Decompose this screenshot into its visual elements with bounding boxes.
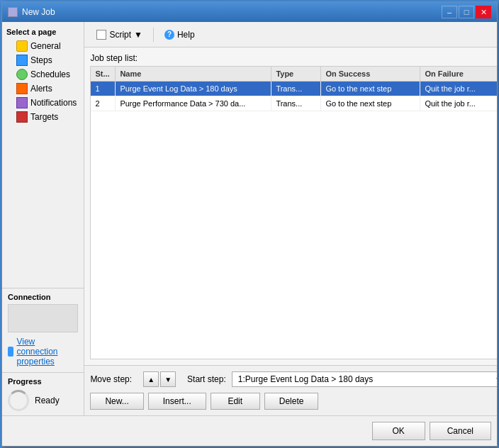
script-button[interactable]: Script ▼ xyxy=(90,27,149,43)
col-onfailure: On Failure xyxy=(420,67,497,81)
step-controls-row: Move step: ▲ ▼ Start step: 1:Purge Event… xyxy=(90,371,497,387)
job-step-area: Job step list: St... Name Type On Succes… xyxy=(84,47,497,365)
cell-step-2: 2 xyxy=(91,96,116,111)
alerts-icon xyxy=(16,83,28,94)
maximize-button[interactable]: □ xyxy=(459,6,474,18)
cell-type-2: Trans... xyxy=(271,96,321,111)
progress-title: Progress xyxy=(8,377,78,386)
help-label: Help xyxy=(177,30,195,40)
steps-icon xyxy=(16,55,28,66)
view-connection-link[interactable]: View connection properties xyxy=(8,335,78,368)
sidebar-item-general[interactable]: General xyxy=(6,39,79,53)
toolbar: Script ▼ ? Help xyxy=(84,22,497,47)
cell-onsuccess-1: Go to the next step xyxy=(321,82,420,96)
script-icon xyxy=(96,30,106,40)
content-area: Select a page General Steps Schedules Al… xyxy=(2,22,497,415)
sidebar-item-targets[interactable]: Targets xyxy=(6,110,79,124)
minimize-button[interactable]: – xyxy=(442,6,457,18)
title-bar-left: New Job xyxy=(8,7,55,17)
window-title: New Job xyxy=(22,7,55,17)
title-buttons: – □ ✕ xyxy=(442,6,491,18)
window-icon xyxy=(8,7,18,17)
notifications-icon xyxy=(16,97,28,108)
sidebar-item-notifications[interactable]: Notifications xyxy=(6,96,79,110)
script-dropdown-arrow[interactable]: ▼ xyxy=(134,30,142,40)
table-row[interactable]: 2 Purge Performance Data > 730 da... Tra… xyxy=(91,96,497,111)
sidebar-item-schedules[interactable]: Schedules xyxy=(6,67,79,82)
sidebar-item-steps[interactable]: Steps xyxy=(6,53,79,67)
targets-icon xyxy=(16,111,28,123)
progress-section: Progress Ready xyxy=(2,372,84,415)
cell-step-1: 1 xyxy=(91,82,116,96)
sidebar-label-targets: Targets xyxy=(30,112,58,122)
cell-onfailure-1: Quit the job r... xyxy=(420,82,497,96)
close-button[interactable]: ✕ xyxy=(476,6,491,18)
sidebar-page-section: Select a page General Steps Schedules Al… xyxy=(2,22,84,127)
connection-section: Connection View connection properties xyxy=(2,288,84,372)
connection-link-text: View connection properties xyxy=(16,337,78,366)
edit-button[interactable]: Edit xyxy=(211,393,260,410)
toolbar-separator xyxy=(153,28,154,42)
ok-button[interactable]: OK xyxy=(372,422,425,440)
dialog-footer: OK Cancel xyxy=(2,415,497,446)
general-icon xyxy=(16,40,28,52)
col-step: St... xyxy=(91,67,116,81)
cancel-button[interactable]: Cancel xyxy=(430,422,491,440)
cell-name-2: Purge Performance Data > 730 da... xyxy=(116,96,271,111)
col-onsuccess: On Success xyxy=(321,67,420,81)
cell-onfailure-2: Quit the job r... xyxy=(420,96,497,111)
delete-button[interactable]: Delete xyxy=(264,393,319,410)
action-buttons: New... Insert... Edit Delete xyxy=(90,393,497,410)
help-icon: ? xyxy=(164,30,174,40)
connection-link-icon xyxy=(8,347,13,357)
sidebar-bottom: Connection View connection properties Pr… xyxy=(2,288,84,415)
col-type: Type xyxy=(271,67,321,81)
help-button[interactable]: ? Help xyxy=(158,27,201,43)
cell-name-1: Purge Event Log Data > 180 days xyxy=(116,82,271,96)
cell-type-1: Trans... xyxy=(271,82,321,96)
move-up-button[interactable]: ▲ xyxy=(143,371,159,387)
sidebar-label-general: General xyxy=(30,41,61,51)
start-step-select[interactable]: 1:Purge Event Log Data > 180 days xyxy=(232,371,497,387)
start-step-label: Start step: xyxy=(187,374,226,384)
col-name: Name xyxy=(116,67,271,81)
sidebar-section-title: Select a page xyxy=(6,28,79,36)
progress-content: Ready xyxy=(8,390,78,411)
move-step-label: Move step: xyxy=(90,374,132,384)
new-button[interactable]: New... xyxy=(90,393,143,410)
bottom-controls: Move step: ▲ ▼ Start step: 1:Purge Event… xyxy=(84,365,497,415)
sidebar-label-schedules: Schedules xyxy=(30,69,70,79)
progress-status: Ready xyxy=(35,396,60,405)
connection-info xyxy=(8,304,78,332)
connection-title: Connection xyxy=(8,293,78,301)
sidebar-item-alerts[interactable]: Alerts xyxy=(6,82,79,96)
new-job-window: New Job – □ ✕ Select a page General Step… xyxy=(1,1,498,447)
sidebar: Select a page General Steps Schedules Al… xyxy=(2,22,84,415)
move-down-button[interactable]: ▼ xyxy=(160,371,176,387)
table-row[interactable]: 1 Purge Event Log Data > 180 days Trans.… xyxy=(91,82,497,96)
move-buttons: ▲ ▼ xyxy=(143,371,176,387)
cell-onsuccess-2: Go to the next step xyxy=(321,96,420,111)
table-header: St... Name Type On Success On Failure xyxy=(91,67,497,82)
insert-button[interactable]: Insert... xyxy=(148,393,206,410)
sidebar-label-alerts: Alerts xyxy=(30,84,52,94)
progress-spinner xyxy=(8,390,29,411)
title-bar: New Job – □ ✕ xyxy=(2,2,497,22)
job-step-list-label: Job step list: xyxy=(90,53,497,63)
script-label: Script xyxy=(109,30,131,40)
main-area: Script ▼ ? Help Job step list: St... Nam… xyxy=(84,22,497,415)
start-step-area: Start step: 1:Purge Event Log Data > 180… xyxy=(187,371,497,387)
job-step-table: St... Name Type On Success On Failure 1 … xyxy=(90,66,497,359)
sidebar-label-steps: Steps xyxy=(30,55,52,65)
sidebar-label-notifications: Notifications xyxy=(30,98,77,108)
schedules-icon xyxy=(16,69,28,80)
